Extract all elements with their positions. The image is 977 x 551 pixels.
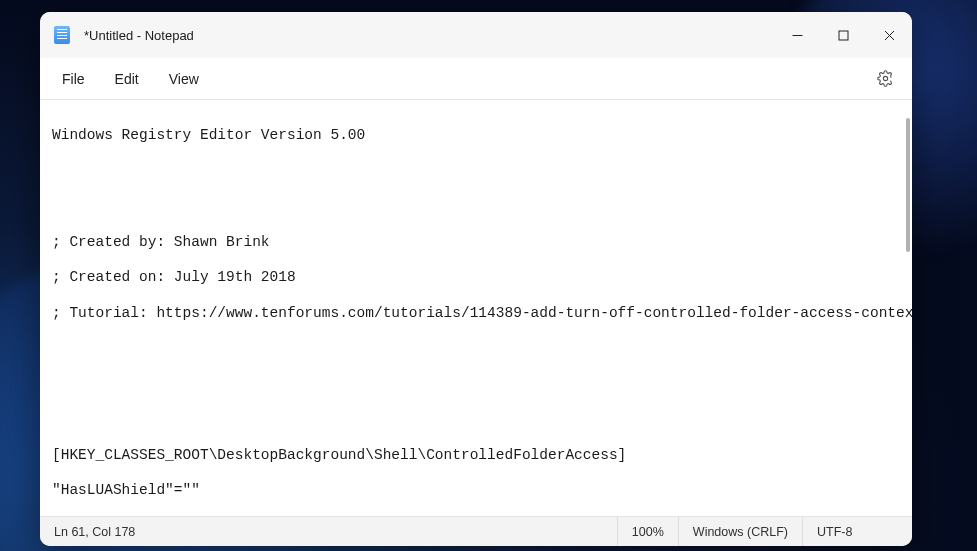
menu-edit[interactable]: Edit (103, 65, 151, 93)
minimize-button[interactable] (774, 12, 820, 58)
maximize-icon (838, 30, 849, 41)
minimize-icon (792, 30, 803, 41)
menubar: File Edit View (40, 58, 912, 100)
maximize-button[interactable] (820, 12, 866, 58)
text-editor[interactable]: Windows Registry Editor Version 5.00 ; C… (40, 100, 912, 516)
scrollbar-thumb[interactable] (906, 118, 910, 252)
status-encoding[interactable]: UTF-8 (802, 517, 912, 546)
window-title: *Untitled - Notepad (84, 28, 194, 43)
gear-icon (877, 70, 894, 87)
status-cursor-position: Ln 61, Col 178 (40, 517, 149, 546)
notepad-app-icon (54, 26, 70, 44)
close-icon (884, 30, 895, 41)
notepad-window: *Untitled - Notepad File Edit View Windo… (40, 12, 912, 546)
editor-area: Windows Registry Editor Version 5.00 ; C… (40, 100, 912, 516)
svg-rect-1 (839, 31, 848, 40)
window-controls (774, 12, 912, 58)
status-zoom[interactable]: 100% (617, 517, 678, 546)
settings-button[interactable] (868, 62, 902, 96)
statusbar: Ln 61, Col 178 100% Windows (CRLF) UTF-8 (40, 516, 912, 546)
svg-point-4 (883, 76, 887, 80)
close-button[interactable] (866, 12, 912, 58)
menu-file[interactable]: File (50, 65, 97, 93)
titlebar[interactable]: *Untitled - Notepad (40, 12, 912, 58)
menu-view[interactable]: View (157, 65, 211, 93)
status-line-ending[interactable]: Windows (CRLF) (678, 517, 802, 546)
